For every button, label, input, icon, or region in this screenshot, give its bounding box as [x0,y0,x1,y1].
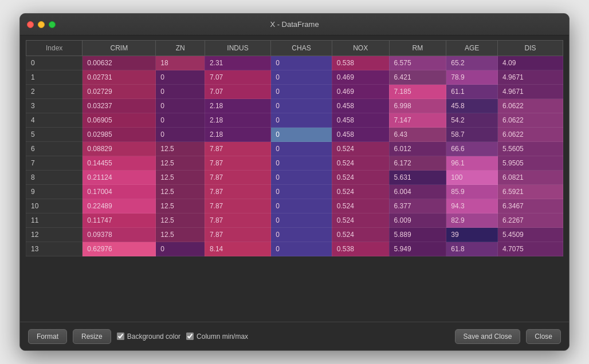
cell-rm[interactable]: 5.949 [389,242,446,256]
cell-nox[interactable]: 0.524 [332,199,389,213]
col-minmax-checkbox-label[interactable]: Column min/max [186,333,248,341]
cell-age[interactable]: 82.9 [446,213,498,228]
col-header-indus[interactable]: INDUS [205,41,270,56]
cell-rm[interactable]: 6.998 [389,99,446,113]
cell-nox[interactable]: 0.458 [332,128,389,142]
cell-nox[interactable]: 0.469 [332,70,389,85]
cell-age[interactable]: 61.1 [446,85,498,99]
cell-indus[interactable]: 2.18 [205,113,270,128]
cell-nox[interactable]: 0.538 [332,56,389,70]
cell-indus[interactable]: 7.07 [205,70,270,85]
cell-crim[interactable]: 0.06905 [83,113,156,128]
cell-rm[interactable]: 6.012 [389,142,446,156]
cell-indus[interactable]: 7.87 [205,213,270,228]
cell-rm[interactable]: 6.377 [389,199,446,213]
cell-nox[interactable]: 0.469 [332,85,389,99]
table-row[interactable]: 80.2112412.57.8700.5245.6311006.0821 [26,171,563,185]
cell-indus[interactable]: 7.87 [205,228,270,242]
table-row[interactable]: 10.0273107.0700.4696.42178.94.9671 [26,70,563,85]
cell-indus[interactable]: 2.18 [205,99,270,113]
cell-age[interactable]: 85.9 [446,185,498,199]
cell-crim[interactable]: 0.03237 [83,99,156,113]
col-header-dis[interactable]: DIS [498,41,563,56]
cell-indus[interactable]: 7.87 [205,199,270,213]
cell-dis[interactable]: 6.0622 [498,99,563,113]
table-row[interactable]: 130.6297608.1400.5385.94961.84.7075 [26,242,563,256]
cell-crim[interactable]: 0.09378 [83,228,156,242]
cell-chas[interactable]: 0 [271,99,332,113]
cell-crim[interactable]: 0.00632 [83,56,156,70]
cell-dis[interactable]: 4.9671 [498,70,563,85]
cell-chas[interactable]: 0 [271,185,332,199]
cell-chas[interactable]: 0 [271,171,332,185]
cell-age[interactable]: 54.2 [446,113,498,128]
cell-crim[interactable]: 0.08829 [83,142,156,156]
cell-age[interactable]: 96.1 [446,156,498,171]
cell-rm[interactable]: 7.185 [389,85,446,99]
bg-color-checkbox[interactable] [117,333,124,340]
cell-nox[interactable]: 0.458 [332,113,389,128]
col-header-crim[interactable]: CRIM [83,41,156,56]
cell-dis[interactable]: 6.5921 [498,185,563,199]
col-header-index[interactable]: Index [26,41,83,56]
cell-indus[interactable]: 7.87 [205,142,270,156]
cell-zn[interactable]: 12.5 [156,142,205,156]
cell-crim[interactable]: 0.62976 [83,242,156,256]
table-row[interactable]: 120.0937812.57.8700.5245.889395.4509 [26,228,563,242]
cell-dis[interactable]: 6.0622 [498,128,563,142]
cell-crim[interactable]: 0.17004 [83,185,156,199]
minimize-traffic-light[interactable] [38,21,45,28]
cell-zn[interactable]: 12.5 [156,199,205,213]
cell-nox[interactable]: 0.524 [332,156,389,171]
cell-indus[interactable]: 2.18 [205,128,270,142]
cell-age[interactable]: 66.6 [446,142,498,156]
cell-indus[interactable]: 8.14 [205,242,270,256]
cell-zn[interactable]: 0 [156,128,205,142]
cell-age[interactable]: 58.7 [446,128,498,142]
table-row[interactable]: 30.0323702.1800.4586.99845.86.0622 [26,99,563,113]
cell-age[interactable]: 39 [446,228,498,242]
cell-age[interactable]: 100 [446,171,498,185]
table-row[interactable]: 110.1174712.57.8700.5246.00982.96.2267 [26,213,563,228]
cell-chas[interactable]: 0 [271,242,332,256]
cell-crim[interactable]: 0.02731 [83,70,156,85]
cell-zn[interactable]: 12.5 [156,156,205,171]
cell-zn[interactable]: 0 [156,85,205,99]
cell-chas[interactable]: 0 [271,199,332,213]
cell-zn[interactable]: 0 [156,113,205,128]
table-row[interactable]: 20.0272907.0700.4697.18561.14.9671 [26,85,563,99]
cell-chas[interactable]: 0 [271,113,332,128]
cell-nox[interactable]: 0.524 [332,185,389,199]
format-button[interactable]: Format [28,329,67,344]
col-header-zn[interactable]: ZN [156,41,205,56]
cell-dis[interactable]: 5.9505 [498,156,563,171]
cell-dis[interactable]: 6.2267 [498,213,563,228]
cell-zn[interactable]: 12.5 [156,228,205,242]
cell-indus[interactable]: 7.87 [205,171,270,185]
cell-crim[interactable]: 0.21124 [83,171,156,185]
table-row[interactable]: 00.00632182.3100.5386.57565.24.09 [26,56,563,70]
cell-rm[interactable]: 6.43 [389,128,446,142]
maximize-traffic-light[interactable] [49,21,56,28]
bg-color-checkbox-label[interactable]: Background color [117,333,180,341]
cell-rm[interactable]: 6.004 [389,185,446,199]
cell-dis[interactable]: 4.7075 [498,242,563,256]
cell-zn[interactable]: 12.5 [156,213,205,228]
cell-age[interactable]: 65.2 [446,56,498,70]
close-button[interactable]: Close [526,329,561,344]
cell-chas[interactable]: 0 [271,213,332,228]
close-traffic-light[interactable] [27,21,34,28]
cell-dis[interactable]: 6.0821 [498,171,563,185]
col-minmax-checkbox[interactable] [186,333,194,340]
cell-rm[interactable]: 5.631 [389,171,446,185]
cell-indus[interactable]: 7.07 [205,85,270,99]
cell-indus[interactable]: 7.87 [205,185,270,199]
table-row[interactable]: 70.1445512.57.8700.5246.17296.15.9505 [26,156,563,171]
cell-zn[interactable]: 0 [156,99,205,113]
cell-nox[interactable]: 0.538 [332,242,389,256]
cell-rm[interactable]: 6.172 [389,156,446,171]
cell-zn[interactable]: 18 [156,56,205,70]
cell-chas[interactable]: 0 [271,85,332,99]
cell-rm[interactable]: 7.147 [389,113,446,128]
cell-chas[interactable]: 0 [271,56,332,70]
